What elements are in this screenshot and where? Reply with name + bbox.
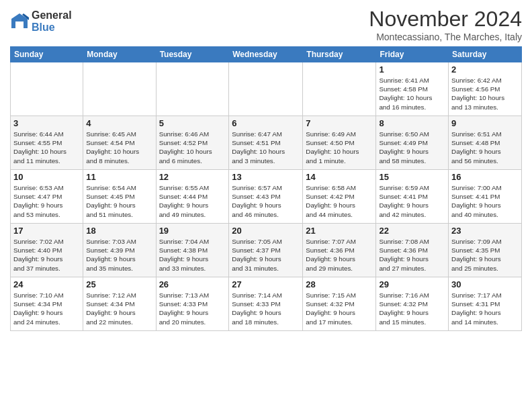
day-info: Sunrise: 7:02 AM Sunset: 4:40 PM Dayligh… (13, 237, 80, 273)
table-row: 19Sunrise: 7:04 AM Sunset: 4:38 PM Dayli… (156, 224, 229, 277)
day-info: Sunrise: 6:50 AM Sunset: 4:49 PM Dayligh… (379, 130, 445, 165)
day-info: Sunrise: 6:47 AM Sunset: 4:51 PM Dayligh… (232, 130, 300, 165)
day-info: Sunrise: 6:53 AM Sunset: 4:47 PM Dayligh… (13, 183, 80, 219)
header: General Blue November 2024 Montecassiano… (10, 7, 522, 42)
day-info: Sunrise: 7:17 AM Sunset: 4:31 PM Dayligh… (451, 291, 519, 326)
day-number: 22 (379, 226, 445, 236)
table-row: 24Sunrise: 7:10 AM Sunset: 4:34 PM Dayli… (11, 277, 83, 331)
logo-blue-text: Blue (32, 21, 72, 34)
table-row: 4Sunrise: 6:45 AM Sunset: 4:54 PM Daylig… (83, 116, 156, 170)
table-row: 16Sunrise: 7:00 AM Sunset: 4:41 PM Dayli… (449, 170, 522, 224)
month-title: November 2024 (369, 7, 522, 32)
calendar-table: Sunday Monday Tuesday Wednesday Thursday… (10, 46, 522, 331)
day-number: 19 (159, 226, 226, 236)
location: Montecassiano, The Marches, Italy (369, 32, 522, 42)
day-number: 24 (13, 279, 80, 289)
header-tuesday: Tuesday (156, 47, 229, 62)
table-row: 17Sunrise: 7:02 AM Sunset: 4:40 PM Dayli… (11, 224, 83, 277)
day-info: Sunrise: 7:08 AM Sunset: 4:36 PM Dayligh… (379, 237, 445, 273)
logo: General Blue (10, 9, 72, 33)
table-row: 11Sunrise: 6:54 AM Sunset: 4:45 PM Dayli… (83, 170, 156, 224)
table-row: 6Sunrise: 6:47 AM Sunset: 4:51 PM Daylig… (229, 116, 303, 170)
day-number: 7 (306, 118, 373, 128)
day-number: 16 (451, 172, 519, 182)
day-number: 18 (86, 226, 152, 236)
day-info: Sunrise: 6:55 AM Sunset: 4:44 PM Dayligh… (159, 183, 226, 219)
day-info: Sunrise: 7:16 AM Sunset: 4:32 PM Dayligh… (379, 291, 445, 326)
logo-general-text: General (32, 9, 72, 21)
day-number: 21 (306, 226, 373, 236)
day-number: 8 (379, 118, 445, 128)
table-row (11, 62, 83, 116)
day-info: Sunrise: 7:00 AM Sunset: 4:41 PM Dayligh… (451, 183, 519, 219)
table-row: 26Sunrise: 7:13 AM Sunset: 4:33 PM Dayli… (156, 277, 229, 331)
table-row: 29Sunrise: 7:16 AM Sunset: 4:32 PM Dayli… (376, 277, 449, 331)
day-number: 2 (451, 64, 519, 75)
table-row: 23Sunrise: 7:09 AM Sunset: 4:35 PM Dayli… (449, 224, 522, 277)
day-info: Sunrise: 6:44 AM Sunset: 4:55 PM Dayligh… (13, 130, 80, 165)
table-row: 5Sunrise: 6:46 AM Sunset: 4:52 PM Daylig… (156, 116, 229, 170)
day-number: 1 (379, 64, 445, 75)
calendar-header-row: Sunday Monday Tuesday Wednesday Thursday… (11, 47, 522, 62)
day-number: 6 (232, 118, 300, 128)
calendar-week-row: 3Sunrise: 6:44 AM Sunset: 4:55 PM Daylig… (11, 116, 522, 170)
day-info: Sunrise: 7:09 AM Sunset: 4:35 PM Dayligh… (451, 237, 519, 273)
day-number: 27 (232, 279, 300, 289)
day-info: Sunrise: 6:42 AM Sunset: 4:56 PM Dayligh… (451, 76, 519, 111)
day-info: Sunrise: 6:57 AM Sunset: 4:43 PM Dayligh… (232, 183, 300, 219)
calendar-week-row: 1Sunrise: 6:41 AM Sunset: 4:58 PM Daylig… (11, 62, 522, 116)
day-info: Sunrise: 6:54 AM Sunset: 4:45 PM Dayligh… (86, 183, 152, 219)
day-number: 23 (451, 226, 519, 236)
table-row: 15Sunrise: 6:59 AM Sunset: 4:41 PM Dayli… (376, 170, 449, 224)
table-row: 8Sunrise: 6:50 AM Sunset: 4:49 PM Daylig… (376, 116, 449, 170)
day-info: Sunrise: 7:04 AM Sunset: 4:38 PM Dayligh… (159, 237, 226, 273)
table-row: 9Sunrise: 6:51 AM Sunset: 4:48 PM Daylig… (449, 116, 522, 170)
table-row: 27Sunrise: 7:14 AM Sunset: 4:33 PM Dayli… (229, 277, 303, 331)
day-info: Sunrise: 6:49 AM Sunset: 4:50 PM Dayligh… (306, 130, 373, 165)
table-row: 13Sunrise: 6:57 AM Sunset: 4:43 PM Dayli… (229, 170, 303, 224)
table-row: 28Sunrise: 7:15 AM Sunset: 4:32 PM Dayli… (303, 277, 376, 331)
header-friday: Friday (376, 47, 449, 62)
day-number: 26 (159, 279, 226, 289)
table-row: 12Sunrise: 6:55 AM Sunset: 4:44 PM Dayli… (156, 170, 229, 224)
header-sunday: Sunday (11, 47, 83, 62)
day-number: 29 (379, 279, 445, 289)
day-info: Sunrise: 6:58 AM Sunset: 4:42 PM Dayligh… (306, 183, 373, 219)
day-info: Sunrise: 6:51 AM Sunset: 4:48 PM Dayligh… (451, 130, 519, 165)
table-row: 10Sunrise: 6:53 AM Sunset: 4:47 PM Dayli… (11, 170, 83, 224)
table-row: 3Sunrise: 6:44 AM Sunset: 4:55 PM Daylig… (11, 116, 83, 170)
table-row (303, 62, 376, 116)
table-row: 18Sunrise: 7:03 AM Sunset: 4:39 PM Dayli… (83, 224, 156, 277)
table-row: 2Sunrise: 6:42 AM Sunset: 4:56 PM Daylig… (449, 62, 522, 116)
table-row: 30Sunrise: 7:17 AM Sunset: 4:31 PM Dayli… (449, 277, 522, 331)
table-row (83, 62, 156, 116)
calendar-week-row: 10Sunrise: 6:53 AM Sunset: 4:47 PM Dayli… (11, 170, 522, 224)
day-info: Sunrise: 7:10 AM Sunset: 4:34 PM Dayligh… (13, 291, 80, 326)
day-number: 3 (13, 118, 80, 128)
header-monday: Monday (83, 47, 156, 62)
day-info: Sunrise: 6:59 AM Sunset: 4:41 PM Dayligh… (379, 183, 445, 219)
day-info: Sunrise: 7:05 AM Sunset: 4:37 PM Dayligh… (232, 237, 300, 273)
title-area: November 2024 Montecassiano, The Marches… (369, 7, 522, 42)
logo-icon (10, 12, 29, 31)
table-row (156, 62, 229, 116)
day-info: Sunrise: 7:13 AM Sunset: 4:33 PM Dayligh… (159, 291, 226, 326)
day-number: 12 (159, 172, 226, 182)
day-info: Sunrise: 6:45 AM Sunset: 4:54 PM Dayligh… (86, 130, 152, 165)
table-row (229, 62, 303, 116)
table-row: 20Sunrise: 7:05 AM Sunset: 4:37 PM Dayli… (229, 224, 303, 277)
calendar-page: General Blue November 2024 Montecassiano… (0, 0, 532, 411)
header-thursday: Thursday (303, 47, 376, 62)
calendar-week-row: 24Sunrise: 7:10 AM Sunset: 4:34 PM Dayli… (11, 277, 522, 331)
day-number: 14 (306, 172, 373, 182)
svg-rect-2 (15, 21, 24, 28)
table-row: 21Sunrise: 7:07 AM Sunset: 4:36 PM Dayli… (303, 224, 376, 277)
header-saturday: Saturday (449, 47, 522, 62)
day-number: 11 (86, 172, 152, 182)
day-number: 15 (379, 172, 445, 182)
logo-text: General Blue (32, 9, 72, 33)
day-number: 17 (13, 226, 80, 236)
day-number: 30 (451, 279, 519, 289)
header-wednesday: Wednesday (229, 47, 303, 62)
day-info: Sunrise: 7:14 AM Sunset: 4:33 PM Dayligh… (232, 291, 300, 326)
